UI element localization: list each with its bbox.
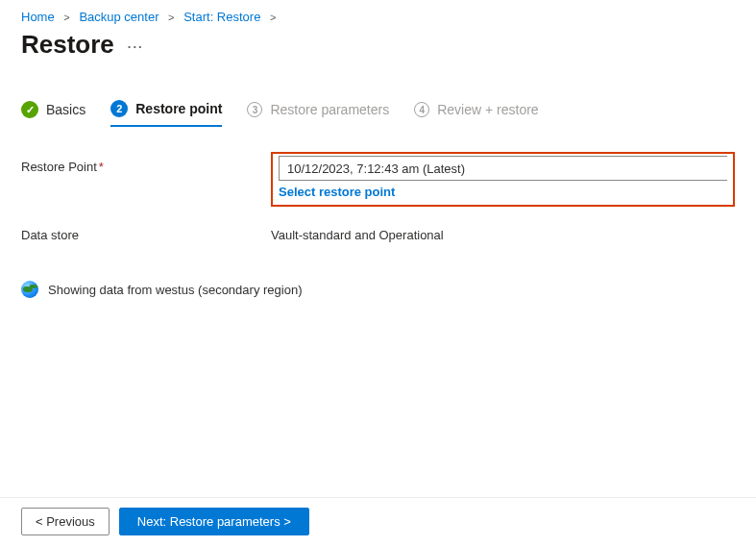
step-restore-point[interactable]: 2 Restore point (110, 100, 222, 127)
highlight-callout: Select restore point (271, 152, 735, 207)
restore-point-label: Restore Point* (21, 156, 271, 174)
restore-point-input[interactable] (279, 156, 727, 181)
step-restore-parameters: 3 Restore parameters (247, 102, 389, 125)
step-basics-label: Basics (46, 102, 85, 117)
data-store-value: Vault-standard and Operational (271, 224, 444, 242)
required-indicator: * (99, 160, 104, 174)
more-actions-button[interactable]: ··· (128, 39, 144, 54)
region-note-text: Showing data from westus (secondary regi… (48, 283, 302, 297)
globe-icon (21, 281, 38, 298)
breadcrumb-home[interactable]: Home (21, 10, 55, 24)
step-review-label: Review + restore (437, 102, 538, 117)
chevron-right-icon: > (63, 12, 69, 23)
chevron-right-icon: > (270, 12, 276, 23)
chevron-right-icon: > (168, 12, 174, 23)
page-title: Restore (21, 30, 114, 60)
step-restore-point-label: Restore point (135, 101, 222, 116)
data-store-label: Data store (21, 224, 271, 242)
wizard-footer: < Previous Next: Restore parameters > (0, 497, 756, 547)
step-badge: 4 (414, 102, 429, 117)
wizard-steps: Basics 2 Restore point 3 Restore paramet… (0, 67, 756, 127)
step-badge: 2 (110, 100, 128, 117)
next-button[interactable]: Next: Restore parameters > (119, 508, 309, 535)
step-restore-parameters-label: Restore parameters (270, 102, 389, 117)
previous-button[interactable]: < Previous (21, 508, 110, 535)
step-basics[interactable]: Basics (21, 101, 85, 126)
select-restore-point-link[interactable]: Select restore point (279, 185, 395, 199)
breadcrumb: Home > Backup center > Start: Restore > (0, 0, 756, 28)
check-icon (21, 101, 38, 118)
breadcrumb-start-restore[interactable]: Start: Restore (183, 10, 260, 24)
step-review: 4 Review + restore (414, 102, 538, 125)
step-badge: 3 (247, 102, 262, 117)
breadcrumb-backup-center[interactable]: Backup center (79, 10, 159, 24)
